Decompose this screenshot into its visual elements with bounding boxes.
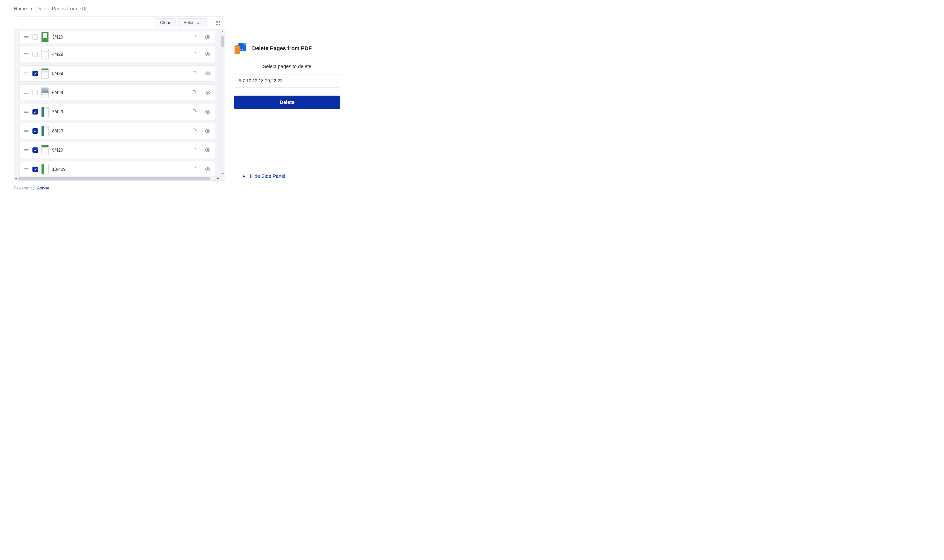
drag-handle-icon[interactable] — [24, 129, 29, 132]
drag-handle-icon[interactable] — [24, 149, 29, 152]
svg-rect-28 — [24, 151, 29, 151]
breadcrumb: Home › Delete Pages from PDF — [14, 0, 340, 17]
svg-rect-3 — [216, 22, 217, 23]
page-row[interactable]: 7/429 — [19, 104, 215, 120]
page-thumbnail — [41, 164, 49, 174]
svg-rect-1 — [217, 21, 218, 22]
drag-handle-icon[interactable] — [24, 53, 29, 56]
row-checkbox[interactable] — [32, 109, 38, 114]
move-page-button[interactable] — [191, 51, 198, 57]
side-panel-title: Delete Pages from PDF — [252, 45, 312, 52]
preview-page-button[interactable] — [205, 109, 211, 115]
scroll-thumb[interactable] — [221, 36, 225, 47]
page-label: 9/429 — [52, 148, 188, 153]
row-checkbox[interactable] — [32, 71, 38, 76]
horizontal-scrollbar[interactable]: ◀ ▶ — [14, 176, 220, 180]
svg-point-26 — [207, 130, 208, 132]
preview-page-button[interactable] — [205, 70, 211, 77]
page-thumbnail — [41, 145, 49, 155]
scroll-thumb-h[interactable] — [18, 177, 210, 180]
grid-view-button[interactable] — [214, 18, 222, 27]
svg-point-17 — [207, 73, 208, 74]
svg-rect-8 — [219, 24, 220, 25]
hide-side-panel-label: Hide Side Panel — [250, 174, 285, 179]
svg-point-29 — [207, 149, 208, 151]
page-label: 10/429 — [52, 167, 188, 172]
move-page-button[interactable] — [191, 70, 198, 77]
page-thumbnail — [41, 126, 49, 136]
preview-page-button[interactable] — [205, 51, 211, 57]
toolbar-divider — [210, 18, 210, 27]
move-page-button[interactable] — [191, 109, 198, 115]
move-page-button[interactable] — [191, 128, 198, 134]
svg-rect-15 — [24, 72, 29, 73]
svg-rect-10 — [24, 38, 29, 38]
hide-side-panel-link[interactable]: ›› Hide Side Panel — [234, 173, 340, 179]
scroll-up-arrow-icon[interactable]: ▲ — [221, 29, 225, 34]
drag-handle-icon[interactable] — [24, 35, 29, 38]
row-checkbox[interactable] — [32, 128, 38, 134]
scroll-left-arrow-icon[interactable]: ◀ — [14, 177, 18, 180]
page-label: 3/429 — [52, 35, 188, 40]
preview-page-button[interactable] — [205, 89, 211, 96]
page-row[interactable]: 8/429 — [19, 123, 215, 139]
delete-button[interactable]: Delete — [234, 95, 340, 109]
page-row[interactable]: 3/429 — [19, 31, 215, 43]
breadcrumb-home[interactable]: Home — [14, 6, 27, 12]
svg-rect-13 — [24, 55, 29, 55]
select-all-button[interactable]: Select all — [178, 18, 206, 27]
move-page-button[interactable] — [191, 166, 198, 172]
row-checkbox[interactable] — [32, 166, 38, 172]
preview-page-button[interactable] — [205, 166, 211, 172]
drag-handle-icon[interactable] — [24, 72, 29, 75]
footer-brand-link[interactable]: Apryse — [37, 186, 49, 190]
page-list-wrapper: 3/4294/4295/4296/4297/4298/4299/42910/42… — [14, 29, 225, 180]
side-panel-subtitle: Select pages to delete — [234, 64, 340, 69]
drag-handle-icon[interactable] — [24, 168, 29, 171]
preview-page-button[interactable] — [205, 128, 211, 134]
scroll-right-arrow-icon[interactable]: ▶ — [216, 177, 220, 180]
side-panel-header: PDF Delete Pages from PDF — [234, 43, 340, 54]
svg-rect-24 — [24, 130, 29, 131]
scroll-track[interactable] — [221, 34, 225, 172]
preview-page-button[interactable] — [205, 34, 211, 40]
move-page-button[interactable] — [191, 89, 198, 96]
drag-handle-icon[interactable] — [24, 91, 29, 94]
footer: Powered by Apryse — [14, 186, 340, 191]
scroll-down-arrow-icon[interactable]: ▼ — [221, 172, 225, 176]
page-row[interactable]: 10/429 — [19, 161, 215, 176]
svg-rect-12 — [24, 53, 29, 54]
svg-point-20 — [207, 92, 208, 93]
svg-rect-0 — [216, 21, 217, 22]
svg-rect-5 — [219, 22, 220, 23]
page-list[interactable]: 3/4294/4295/4296/4297/4298/4299/42910/42… — [14, 29, 220, 176]
scroll-track-h[interactable] — [18, 176, 216, 180]
page-row[interactable]: 4/429 — [19, 46, 215, 62]
grid-icon — [216, 20, 220, 25]
svg-rect-16 — [24, 74, 29, 74]
move-page-button[interactable] — [191, 34, 198, 40]
svg-rect-4 — [217, 22, 218, 23]
move-page-button[interactable] — [191, 147, 198, 153]
svg-rect-27 — [24, 149, 29, 150]
row-checkbox[interactable] — [32, 148, 38, 153]
page-thumbnail — [41, 88, 49, 98]
row-checkbox[interactable] — [32, 52, 38, 57]
page-row[interactable]: 6/429 — [19, 85, 215, 101]
svg-rect-6 — [216, 24, 217, 25]
drag-handle-icon[interactable] — [24, 110, 29, 113]
page-range-input[interactable] — [234, 74, 340, 88]
page-row[interactable]: 9/429 — [19, 142, 215, 158]
page-thumbnail — [41, 68, 49, 78]
svg-rect-9 — [24, 36, 29, 37]
clear-button[interactable]: Clear — [155, 18, 176, 27]
page-label: 6/429 — [52, 90, 188, 95]
svg-rect-19 — [24, 93, 29, 94]
page-row[interactable]: 5/429 — [19, 65, 215, 82]
row-checkbox[interactable] — [32, 90, 38, 95]
preview-page-button[interactable] — [205, 147, 211, 153]
row-checkbox[interactable] — [32, 34, 38, 40]
vertical-scrollbar[interactable]: ▲ ▼ — [220, 29, 225, 176]
footer-prefix: Powered by — [14, 186, 35, 190]
page-thumbnail — [41, 49, 49, 60]
